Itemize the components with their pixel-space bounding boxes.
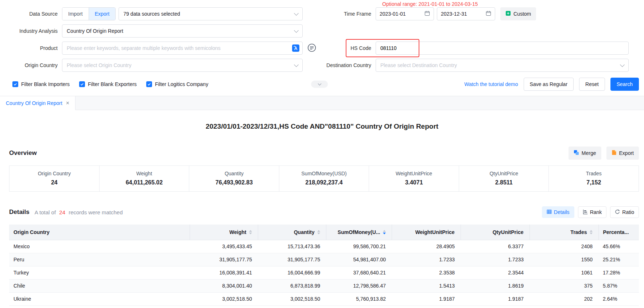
industry-analysis-row: Industry Analysis Country Of Origin Repo… (0, 24, 639, 38)
column-label: Trades (570, 229, 587, 235)
chevron-down-icon (318, 82, 321, 85)
keyword-tool-button[interactable] (306, 43, 317, 54)
table-row[interactable]: Turkey 16,008,391.41 16,004,666.99 37,68… (9, 266, 639, 279)
table-cell: 17.28% (598, 266, 639, 279)
table-cell: 2408 (529, 240, 598, 253)
origin-country-label: Origin Country (0, 62, 62, 68)
checkbox-label: Filter Blank Exporters (88, 81, 137, 87)
table-cell: 1.9187 (392, 292, 461, 305)
table-cell: Mexico (9, 240, 190, 253)
end-date-input[interactable]: 2023-12-31 (437, 7, 495, 20)
product-keywords-input[interactable] (62, 42, 303, 55)
chevron-down-icon (294, 62, 299, 67)
export-button[interactable]: Export (606, 147, 639, 160)
import-export-toggle: Import Export (62, 7, 116, 20)
stat-value: 2.8511 (459, 179, 549, 186)
table-row[interactable]: Peru 31,905,177.75 31,905,177.75 54,981,… (9, 253, 639, 266)
table-cell: Ukraine (9, 292, 190, 305)
column-header-trades[interactable]: Trades (529, 225, 598, 240)
data-source-row: Data Source Import Export 79 data source… (0, 7, 639, 20)
view-details-button[interactable]: Details (542, 206, 574, 218)
stat-value: 3.4071 (369, 179, 459, 186)
column-label: SumOfMoney(U... (338, 229, 380, 235)
sort-icon[interactable] (249, 230, 252, 234)
filter-buttons-group: Watch the tutorial demo Save as Regular … (464, 78, 639, 91)
view-ratio-button[interactable]: Ratio (610, 206, 639, 218)
column-header-weight[interactable]: Weight (190, 225, 258, 240)
product-input-wrap: A (62, 42, 303, 55)
stat-origin-country: Origin Country 24 (9, 166, 100, 191)
column-label: Origin Country (13, 229, 50, 235)
circle-lines-icon (307, 48, 317, 54)
origin-country-placeholder: Please select Origin Country (67, 62, 131, 68)
filter-blank-importers-checkbox[interactable]: Filter Blank Importers (12, 81, 70, 87)
ratio-refresh-icon (615, 209, 620, 215)
details-table: Origin Country Weight Quantity SumOfMone… (9, 225, 639, 306)
table-cell: 37,680,640.21 (326, 266, 392, 279)
table-cell: 28.4905 (392, 240, 461, 253)
hs-code-label: HS Code (317, 45, 376, 51)
table-grid-icon (547, 209, 552, 215)
close-icon[interactable]: × (66, 100, 69, 106)
table-cell: 8,304,001.40 (190, 279, 258, 292)
filter-actions-row: Filter Blank Importers Filter Blank Expo… (0, 78, 639, 91)
column-header-quantity[interactable]: Quantity (258, 225, 326, 240)
start-date-input[interactable]: 2023-01-01 (376, 7, 434, 20)
translate-icon[interactable]: A (292, 44, 300, 54)
reset-button[interactable]: Reset (579, 78, 605, 91)
destination-country-select[interactable]: Please select Destination Country (376, 59, 629, 72)
filter-blank-exporters-checkbox[interactable]: Filter Blank Exporters (79, 81, 137, 87)
hs-code-input[interactable] (376, 42, 629, 55)
table-cell: 1550 (529, 253, 598, 266)
stat-weight-unit-price: WeightUnitPrice 3.4071 (369, 166, 459, 191)
chevron-down-icon (294, 11, 299, 16)
view-button-label: Ratio (622, 209, 634, 215)
table-cell: 6,873,818.99 (258, 279, 326, 292)
overview-heading: Overview (9, 149, 37, 157)
table-row[interactable]: Ukraine 3,002,518.50 3,002,518.50 5,760,… (9, 292, 639, 305)
view-switcher: Details Rank Ratio (542, 206, 639, 218)
tab-country-of-origin-report[interactable]: Country Of Origin Report × (0, 96, 75, 110)
tutorial-demo-link[interactable]: Watch the tutorial demo (464, 81, 518, 87)
stat-weight: Weight 64,011,265.02 (100, 166, 190, 191)
merge-button[interactable]: Merge (569, 147, 601, 160)
chevron-down-icon (620, 62, 625, 67)
save-as-regular-button[interactable]: Save as Regular (524, 78, 574, 91)
sort-desc-active-icon[interactable] (383, 230, 386, 234)
details-header-row: Details A total of 24 records were match… (0, 206, 644, 218)
table-cell: 5,760,913.82 (326, 292, 392, 305)
import-toggle-button[interactable]: Import (62, 8, 89, 20)
sort-icon[interactable] (590, 230, 593, 234)
column-header-sum-of-money[interactable]: SumOfMoney(U... (326, 225, 392, 240)
search-button[interactable]: Search (610, 78, 639, 91)
column-header-percentage: Percenta... (598, 225, 639, 240)
report-title: 2023/01/01-2023/12/31,HS Code AND"081110… (0, 122, 644, 130)
origin-country-select[interactable]: Please select Origin Country (62, 59, 303, 72)
custom-button[interactable]: Custom (500, 7, 536, 20)
table-cell: 2.3544 (461, 266, 529, 279)
industry-analysis-select[interactable]: Country Of Origin Report (62, 24, 303, 38)
table-cell: 1.9187 (461, 292, 529, 305)
start-date-value: 2023-01-01 (380, 11, 406, 17)
view-rank-button[interactable]: Rank (578, 206, 607, 218)
stat-label: Trades (549, 171, 639, 176)
export-toggle-button[interactable]: Export (89, 8, 115, 20)
data-source-select[interactable]: 79 data sources selected (119, 7, 303, 20)
table-cell: 6.3377 (461, 240, 529, 253)
filter-logistics-company-checkbox[interactable]: Filter Logitics Company (146, 81, 208, 87)
table-cell: 1.8619 (461, 279, 529, 292)
table-cell: Peru (9, 253, 190, 266)
sort-icon[interactable] (317, 230, 320, 234)
data-source-label: Data Source (0, 11, 62, 17)
table-row[interactable]: Mexico 3,495,433.45 15,713,473.36 99,586… (9, 240, 639, 253)
table-cell: 5.87% (598, 279, 639, 292)
collapse-filters-button[interactable] (311, 81, 328, 88)
tab-bar: Country Of Origin Report × (0, 96, 644, 110)
stat-label: Quantity (189, 171, 279, 176)
column-header-qty-unit-price: QtyUnitPrice (461, 225, 529, 240)
table-cell: 1.5413 (392, 279, 461, 292)
stat-value: 7,152 (549, 179, 639, 186)
table-cell: 3,002,518.50 (258, 292, 326, 305)
table-row[interactable]: Chile 8,304,001.40 6,873,818.99 12,798,5… (9, 279, 639, 292)
column-label: WeightUnitPrice (415, 229, 455, 235)
